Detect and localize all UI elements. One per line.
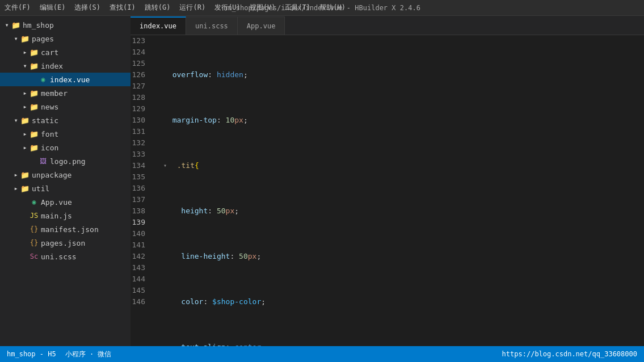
line-numbers: 123 124 125 126 127 128 129 130 131 132 … [131,35,159,346]
sidebar-item-label: cart [41,48,58,57]
line-num-134: 134 [131,160,152,171]
sidebar-item-uni-scss[interactable]: Sc uni.scss [0,250,131,263]
sidebar-item-label: index [41,62,63,70]
line-num-123: 123 [131,35,152,47]
line-num-136: 136 [131,183,152,194]
code-line-129: text-align: center; [163,342,644,346]
sidebar-item-member[interactable]: 📁 member [0,86,131,100]
file-img-icon: 🖼 [39,157,48,165]
prop: text-align [163,342,226,346]
sidebar: 📁 hm_shop 📁 pages 📁 cart 📁 [0,16,131,346]
line-num-146: 146 [131,296,152,308]
fold-indicator: ▾ [163,160,167,171]
line-num-125: 125 [131,58,152,69]
menu-item-select[interactable]: 选择(S) [74,3,100,12]
sidebar-item-news[interactable]: 📁 news [0,100,131,113]
status-left: hm_shop - H5 小程序 · 微信 [7,350,111,359]
sidebar-item-pages[interactable]: 📁 pages [0,32,131,45]
sidebar-item-label: member [41,89,68,98]
tab-app-vue[interactable]: App.vue [238,16,285,35]
sidebar-item-pages-json[interactable]: {} pages.json [0,236,131,250]
sidebar-item-app-vue[interactable]: ◉ App.vue [0,195,131,209]
status-project: hm_shop - H5 [7,350,56,358]
sidebar-item-main-js[interactable]: JS main.js [0,209,131,222]
file-json-icon: {} [30,239,39,247]
code-line-127: line-height: 50px; [163,251,644,262]
status-url[interactable]: https://blog.csdn.net/qq_33608000 [502,350,637,358]
folder-icon: 📁 [30,144,39,152]
sidebar-item-label: logo.png [50,157,86,166]
arrow-icon [11,35,20,43]
tab-index-vue[interactable]: index.vue [131,16,186,35]
line-num-145: 145 [131,285,152,296]
file-scss-icon: Sc [30,252,39,260]
line-num-143: 143 [131,262,152,273]
val: 10 [226,115,235,126]
val-unit: px [226,205,235,217]
line-num-132: 132 [131,137,152,149]
prop: overflow [163,69,208,81]
sidebar-item-index-vue[interactable]: ◉ index.vue [0,73,131,86]
line-num-135: 135 [131,171,152,183]
menu-item-run[interactable]: 运行(R) [179,3,205,12]
sidebar-item-label: pages [32,35,54,43]
val-unit: px [248,251,257,262]
code-content[interactable]: overflow: hidden; margin-top: 10px; ▾ .t… [159,35,644,346]
line-num-128: 128 [131,92,152,103]
sidebar-item-label: main.js [41,212,72,220]
folder-icon: 📁 [20,184,30,193]
val: 50 [217,205,226,217]
line-num-124: 124 [131,47,152,58]
sidebar-item-unpackage[interactable]: 📁 unpackage [0,168,131,182]
line-num-140: 140 [131,228,152,239]
sidebar-item-label: uni.scss [41,252,77,261]
sidebar-item-label: static [32,116,58,125]
arrow-icon [20,48,30,56]
arrow-icon [20,144,30,151]
sidebar-item-label: manifest.json [41,225,99,234]
folder-icon: 📁 [20,116,30,125]
folder-icon: 📁 [30,89,39,98]
selector: .tit [168,160,195,171]
prop: margin-top [163,115,217,126]
sidebar-item-util[interactable]: 📁 util [0,182,131,195]
line-num-129: 129 [131,103,152,115]
val: center [234,342,261,346]
file-vue-icon: ◉ [30,198,39,206]
sidebar-item-label: pages.json [41,239,85,247]
code-line-126: height: 50px; [163,205,644,217]
sidebar-item-static[interactable]: 📁 static [0,113,131,127]
sidebar-item-root[interactable]: 📁 hm_shop [0,18,131,32]
tab-uni-scss[interactable]: uni.scss [186,16,238,35]
sidebar-item-label: icon [41,144,58,152]
val: $shop-color [212,296,261,308]
sidebar-item-cart[interactable]: 📁 cart [0,45,131,59]
arrow-icon [2,21,11,29]
menu-item-find[interactable]: 查找(I) [110,3,136,12]
sidebar-item-manifest[interactable]: {} manifest.json [0,222,131,236]
line-num-141: 141 [131,239,152,251]
menu-item-goto[interactable]: 跳转(G) [145,3,171,12]
line-num-137: 137 [131,194,152,205]
sidebar-item-icon[interactable]: 📁 icon [0,141,131,154]
code-line-125: ▾ .tit{ [163,160,644,171]
status-bar: hm_shop - H5 小程序 · 微信 https://blog.csdn.… [0,346,644,362]
code-line-128: color: $shop-color; [163,296,644,308]
menu-item-file[interactable]: 文件(F) [5,3,31,12]
sidebar-item-font[interactable]: 📁 font [0,127,131,141]
folder-icon: 📁 [30,62,39,70]
sidebar-item-label: index.vue [50,75,90,84]
sidebar-item-label: unpackage [32,171,71,179]
line-num-131: 131 [131,126,152,137]
sidebar-item-index[interactable]: 📁 index [0,59,131,73]
arrow-icon [20,103,30,111]
menu-bar: 文件(F) 编辑(E) 选择(S) 查找(I) 跳转(G) 运行(R) 发行(U… [0,0,644,16]
file-json-icon: {} [30,225,39,233]
folder-icon: 📁 [11,21,20,30]
tab-bar: index.vue uni.scss App.vue [131,16,644,35]
line-num-142: 142 [131,251,152,262]
editor: index.vue uni.scss App.vue 123 124 125 1… [131,16,644,346]
sidebar-item-logo[interactable]: 🖼 logo.png [0,154,131,168]
menu-item-edit[interactable]: 编辑(E) [40,3,66,12]
code-area: 123 124 125 126 127 128 129 130 131 132 … [131,35,644,346]
